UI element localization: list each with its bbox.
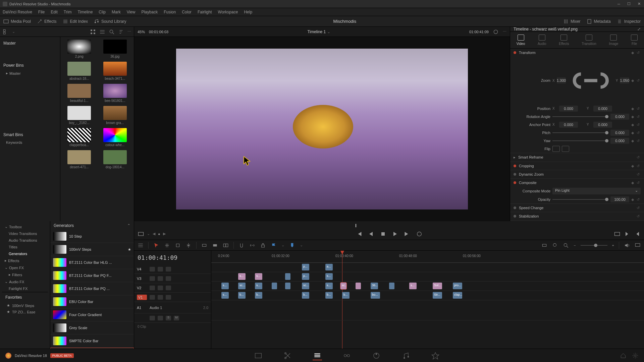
custom-zoom-icon[interactable] bbox=[563, 242, 569, 248]
timeline-clip[interactable]: s... bbox=[238, 273, 246, 280]
insert-mode-icon[interactable] bbox=[138, 231, 144, 237]
bin-list-icon[interactable] bbox=[3, 29, 9, 35]
snap-icon[interactable] bbox=[238, 242, 245, 248]
zoom-out-icon[interactable]: − bbox=[574, 243, 576, 247]
keywords-bin[interactable]: Keywords bbox=[2, 139, 58, 146]
flip-h-button[interactable] bbox=[552, 146, 560, 152]
more-icon[interactable]: ⋯ bbox=[127, 29, 131, 34]
timeline-clip[interactable]: Str... bbox=[433, 292, 442, 299]
flag-icon[interactable] bbox=[271, 242, 277, 248]
timeline-clip[interactable]: a... bbox=[325, 264, 333, 270]
timeline-clip[interactable] bbox=[285, 273, 290, 280]
menu-trim[interactable]: Trim bbox=[64, 10, 72, 14]
timeline-clip[interactable]: sc.. bbox=[340, 283, 346, 289]
timeline-ruler[interactable]: 0:24:00 01:00:32:00 01:00:40:00 01:00:48… bbox=[211, 251, 644, 263]
media-thumb[interactable]: brown gra... bbox=[99, 106, 131, 125]
go-start-icon[interactable] bbox=[634, 231, 641, 237]
pitch-input[interactable]: 0.000 bbox=[610, 130, 629, 136]
openfx-item[interactable]: ⌄Open FX bbox=[2, 264, 48, 271]
cut-page-icon[interactable] bbox=[283, 351, 292, 360]
media-thumb[interactable]: 36.jpg bbox=[99, 40, 131, 58]
menu-mark[interactable]: Mark bbox=[112, 10, 121, 14]
inspector-tab-file[interactable]: File bbox=[631, 35, 638, 46]
trim-tool-icon[interactable] bbox=[164, 242, 170, 248]
inspector-tab-audio[interactable]: Audio bbox=[538, 35, 546, 46]
power-master-bin[interactable]: ▸Master bbox=[2, 70, 58, 77]
media-thumb[interactable]: bee-561801... bbox=[99, 84, 131, 103]
reverse-icon[interactable] bbox=[368, 231, 374, 237]
stabilization-header[interactable]: Stabilization↺ bbox=[510, 212, 644, 220]
inspector-toggle[interactable]: Inspector bbox=[617, 19, 641, 24]
fairlight-page-icon[interactable] bbox=[401, 351, 411, 360]
menu-workspace[interactable]: Workspace bbox=[218, 10, 238, 14]
media-thumb[interactable]: colour-whe... bbox=[99, 128, 131, 147]
monitor-icon[interactable] bbox=[635, 242, 641, 248]
composite-mode-select[interactable]: Pin Light⌄ bbox=[552, 188, 641, 194]
titles-item[interactable]: Titles bbox=[2, 244, 48, 250]
timeline-title[interactable]: Timeline 1 bbox=[307, 29, 326, 34]
viewer-more-icon[interactable]: ⋯ bbox=[503, 29, 506, 34]
loop-icon[interactable] bbox=[416, 231, 423, 237]
menu-playback[interactable]: Playback bbox=[141, 10, 158, 14]
zoom-y-input[interactable]: 1.050 bbox=[620, 77, 629, 83]
edit-page-icon[interactable] bbox=[313, 351, 322, 360]
list-view-icon[interactable] bbox=[99, 29, 105, 35]
auto-select-icon[interactable] bbox=[158, 267, 163, 272]
menu-file[interactable]: File bbox=[38, 10, 45, 14]
link-icon[interactable] bbox=[249, 242, 255, 248]
timeline-clip[interactable] bbox=[272, 283, 277, 289]
timeline-clip[interactable]: sc... bbox=[238, 283, 246, 289]
inspector-tab-image[interactable]: Image bbox=[609, 35, 619, 46]
track-v3-lane[interactable]: s... s... p... s... bbox=[211, 272, 644, 282]
media-thumb[interactable]: beautiful-1... bbox=[63, 84, 96, 103]
track-v1-header[interactable]: V1 bbox=[134, 293, 211, 302]
generator-item[interactable]: Solid Color bbox=[50, 348, 134, 349]
dynamic-trim-icon[interactable] bbox=[175, 242, 181, 248]
overwrite-clip-icon[interactable] bbox=[212, 242, 218, 248]
deliver-page-icon[interactable] bbox=[431, 351, 440, 360]
audiofx-item[interactable]: ⌄Audio FX bbox=[2, 278, 48, 285]
home-icon[interactable] bbox=[620, 352, 627, 359]
smart-reframe-header[interactable]: ▸Smart Reframe↺ bbox=[510, 153, 644, 162]
timeline-clip[interactable]: s... bbox=[255, 273, 262, 280]
viewer-zoom[interactable]: 45% bbox=[138, 30, 145, 34]
timeline-clip[interactable]: clap... bbox=[453, 292, 462, 299]
menu-fairlight[interactable]: Fairlight bbox=[198, 10, 212, 14]
next-clip-icon[interactable] bbox=[404, 231, 411, 237]
toolbox-item[interactable]: ⌄Toolbox bbox=[2, 223, 48, 230]
track-a1-header[interactable]: A1Audio 12.0 bbox=[134, 302, 211, 313]
timeline-clip[interactable]: b... bbox=[238, 292, 246, 299]
zoom-fit-icon[interactable] bbox=[541, 242, 547, 248]
track-a1-lane[interactable] bbox=[211, 300, 644, 320]
color-page-icon[interactable] bbox=[372, 351, 381, 360]
menu-davinci[interactable]: DaVinci Resolve bbox=[3, 10, 32, 14]
timeline-tracks[interactable]: 0:24:00 01:00:32:00 01:00:40:00 01:00:48… bbox=[211, 251, 644, 349]
generator-item[interactable]: Grey Scale bbox=[50, 321, 134, 335]
maximize-button[interactable]: ☐ bbox=[627, 2, 631, 6]
timeline-clip[interactable]: 36... bbox=[371, 283, 378, 289]
pitch-slider[interactable] bbox=[552, 132, 608, 133]
timeline-clip[interactable]: sc... bbox=[302, 283, 309, 289]
master-bin[interactable]: Master bbox=[2, 39, 58, 48]
zoom-x-input[interactable]: 1.300 bbox=[557, 77, 566, 83]
timeline-clip[interactable] bbox=[285, 283, 290, 289]
menu-edit[interactable]: Edit bbox=[51, 10, 58, 14]
play-icon[interactable] bbox=[392, 231, 398, 237]
media-thumb[interactable]: boy_-_2182... bbox=[63, 106, 96, 125]
timeline-view-icon[interactable] bbox=[138, 242, 144, 248]
timeline-scrubber[interactable] bbox=[134, 221, 644, 228]
media-pool-toggle[interactable]: Media Pool bbox=[3, 19, 31, 24]
insert-clip-icon[interactable] bbox=[201, 242, 207, 248]
timeline-clip[interactable]: b... bbox=[325, 292, 333, 299]
edit-index-toggle[interactable]: Edit Index bbox=[63, 19, 88, 24]
prev-clip-icon[interactable] bbox=[356, 231, 362, 237]
pos-y-input[interactable]: 0.000 bbox=[593, 106, 612, 112]
fusion-page-icon[interactable] bbox=[342, 351, 352, 360]
yaw-slider[interactable] bbox=[552, 140, 608, 141]
stop-icon[interactable] bbox=[380, 231, 386, 237]
disable-track-icon[interactable] bbox=[166, 267, 171, 272]
timeline-clip[interactable]: s... bbox=[325, 273, 333, 280]
go-end-icon[interactable] bbox=[624, 231, 631, 237]
search-icon[interactable] bbox=[109, 29, 115, 35]
favorite-item[interactable]: ★TP ZO... Ease bbox=[2, 309, 48, 315]
